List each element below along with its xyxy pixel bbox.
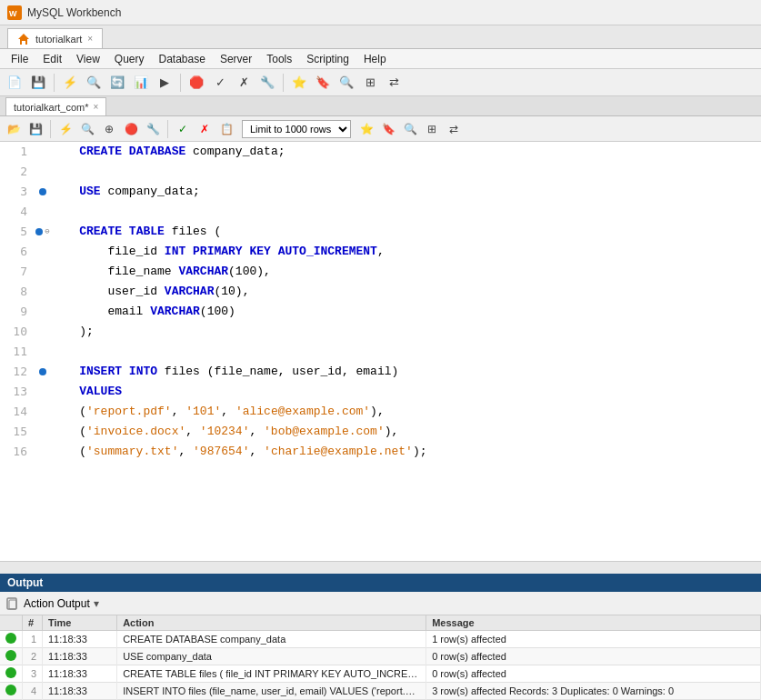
query-subtab-label: tutorialkart_com* <box>14 102 89 113</box>
output-table-body: 111:18:33CREATE DATABASE company_data1 r… <box>0 631 761 700</box>
code-editor[interactable]: 1 CREATE DATABASE company_data;23 USE co… <box>0 142 761 561</box>
code-text: ('summary.txt', '987654', 'charlie@examp… <box>51 442 427 462</box>
code-lines: 1 CREATE DATABASE company_data;23 USE co… <box>0 142 761 462</box>
menu-file[interactable]: File <box>4 51 35 67</box>
execute-all-button[interactable]: ⚡ <box>55 119 75 139</box>
row-number: 1 <box>23 631 43 648</box>
status-ok-icon <box>5 685 16 695</box>
query-subtab-bar: tutorialkart_com* × <box>0 96 761 116</box>
action-output-label: Action Output <box>24 597 90 610</box>
connection-tab[interactable]: tutorialkart × <box>7 28 103 48</box>
reconnect-button[interactable]: 🔄 <box>106 72 128 94</box>
tb-btn-11[interactable]: 🔍 <box>335 72 357 94</box>
action-output-dropdown[interactable]: ▾ <box>94 597 99 610</box>
qtb-sep <box>50 120 51 138</box>
menu-database[interactable]: Database <box>152 51 213 67</box>
tab-label: tutorialkart <box>35 34 82 45</box>
row-number: 4 <box>23 683 43 700</box>
check-button[interactable]: ✓ <box>173 119 193 139</box>
col-message: Message <box>426 615 761 631</box>
menu-server[interactable]: Server <box>213 51 259 67</box>
menu-bar: File Edit View Query Database Server Too… <box>0 49 761 69</box>
row-action: CREATE TABLE files ( file_id INT PRIMARY… <box>117 665 426 683</box>
explain-button[interactable]: ⊕ <box>99 119 119 139</box>
line-number: 13 <box>0 382 35 402</box>
output-table-row[interactable]: 411:18:33INSERT INTO files (file_name, u… <box>0 683 761 700</box>
code-line: 6 file_id INT PRIMARY KEY AUTO_INCREMENT… <box>0 242 761 262</box>
output-table-row[interactable]: 211:18:33USE company_data0 row(s) affect… <box>0 648 761 665</box>
horizontal-scrollbar[interactable] <box>0 561 761 574</box>
code-line: 14 ('report.pdf', '101', 'alice@example.… <box>0 402 761 422</box>
stop-execution-button[interactable]: 🔴 <box>121 119 141 139</box>
menu-query[interactable]: Query <box>107 51 152 67</box>
row-message: 0 row(s) affected <box>426 648 761 665</box>
breakpoint-dot <box>39 368 46 375</box>
tb-btn-10[interactable]: 🔖 <box>312 72 334 94</box>
row-message: 3 row(s) affected Records: 3 Duplicates:… <box>426 683 761 700</box>
menu-help[interactable]: Help <box>356 51 394 67</box>
line-number: 6 <box>0 242 35 262</box>
tb-btn-8[interactable]: 🔧 <box>256 72 278 94</box>
query-subtab-close[interactable]: × <box>94 102 99 112</box>
run-button[interactable]: ⚡ <box>59 72 81 94</box>
title-bar: W MySQL Workbench <box>0 0 761 25</box>
open-file-button[interactable]: 📂 <box>4 119 24 139</box>
execute-button[interactable]: ▶ <box>154 72 175 94</box>
line-marker: ⊖ <box>35 222 51 242</box>
star-button[interactable]: ⭐ <box>356 119 376 139</box>
code-text: user_id VARCHAR(10), <box>51 282 249 302</box>
row-number: 3 <box>23 665 43 683</box>
menu-tools[interactable]: Tools <box>259 51 299 67</box>
explain2-button[interactable]: 📋 <box>216 119 236 139</box>
swap-button[interactable]: ⇄ <box>444 119 464 139</box>
app-icon: W <box>7 5 22 20</box>
app-title: MySQL Workbench <box>27 6 121 19</box>
toolbar-separator-3 <box>283 74 284 92</box>
output-table-container: # Time Action Message 111:18:33CREATE DA… <box>0 615 761 700</box>
breakpoint-dot <box>39 188 46 195</box>
stop-button[interactable]: 🔍 <box>83 72 105 94</box>
fold-icon[interactable]: ⊖ <box>45 222 49 242</box>
output-table: # Time Action Message 111:18:33CREATE DA… <box>0 615 761 700</box>
code-line: 16 ('summary.txt', '987654', 'charlie@ex… <box>0 442 761 462</box>
toggle-button[interactable]: 🔧 <box>143 119 163 139</box>
row-time: 11:18:33 <box>43 683 117 700</box>
bookmark-button[interactable]: 🔖 <box>378 119 398 139</box>
line-number: 3 <box>0 182 35 202</box>
schema-button[interactable]: 📊 <box>130 72 152 94</box>
code-text: VALUES <box>51 382 122 402</box>
tb-btn-9[interactable]: ⭐ <box>288 72 310 94</box>
save-file-button[interactable]: 💾 <box>25 119 45 139</box>
menu-edit[interactable]: Edit <box>35 51 69 67</box>
output-title: Output <box>7 576 43 589</box>
output-table-row[interactable]: 311:18:33CREATE TABLE files ( file_id IN… <box>0 665 761 683</box>
tb-btn-7[interactable]: ✗ <box>233 72 255 94</box>
tb-btn-6[interactable]: ✓ <box>209 72 231 94</box>
menu-view[interactable]: View <box>69 51 107 67</box>
output-table-row[interactable]: 111:18:33CREATE DATABASE company_data1 r… <box>0 631 761 648</box>
search2-button[interactable]: 🔍 <box>400 119 420 139</box>
output-table-header-row: # Time Action Message <box>0 615 761 631</box>
tb-btn-13[interactable]: ⇄ <box>383 72 405 94</box>
code-text: CREATE TABLE files ( <box>51 222 221 242</box>
col-status <box>0 615 23 631</box>
tb-btn-5[interactable]: 🛑 <box>185 72 207 94</box>
row-status-icon <box>0 683 23 700</box>
execute-selection-button[interactable]: 🔍 <box>77 119 97 139</box>
line-marker <box>35 368 51 375</box>
code-line: 2 <box>0 162 761 182</box>
code-text: file_name VARCHAR(100), <box>51 262 271 282</box>
menu-scripting[interactable]: Scripting <box>299 51 356 67</box>
tb-btn-12[interactable]: ⊞ <box>359 72 381 94</box>
cancel-query-button[interactable]: ✗ <box>195 119 215 139</box>
limit-select[interactable]: Limit to 1000 rows <box>242 120 351 138</box>
svg-rect-4 <box>9 600 16 609</box>
save-button[interactable]: 💾 <box>27 72 49 94</box>
code-text: ('invoice.docx', '10234', 'bob@example.c… <box>51 422 398 442</box>
query-subtab[interactable]: tutorialkart_com* × <box>5 97 106 115</box>
line-number: 11 <box>0 342 35 362</box>
new-file-button[interactable]: 📄 <box>4 72 25 94</box>
line-number: 14 <box>0 402 35 422</box>
col-button[interactable]: ⊞ <box>422 119 442 139</box>
tab-close-button[interactable]: × <box>87 34 93 44</box>
